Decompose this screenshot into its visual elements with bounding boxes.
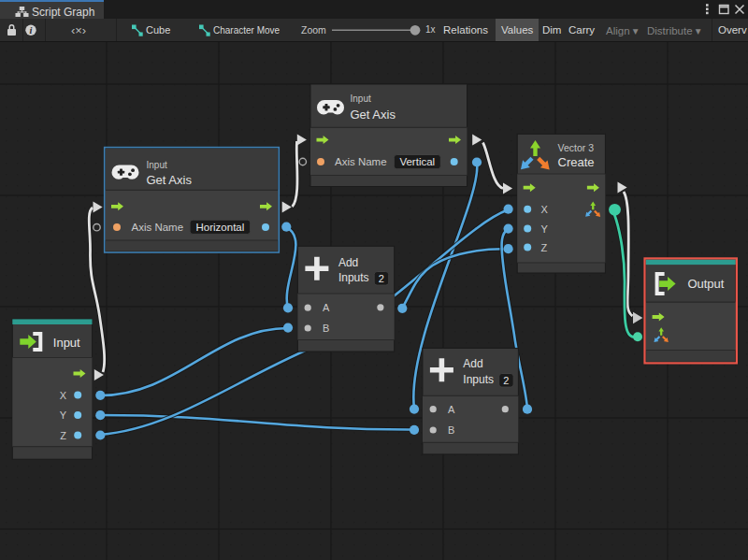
svg-text:Y: Y: [60, 409, 67, 421]
svg-text:Output: Output: [687, 277, 724, 291]
svg-text:Input: Input: [53, 336, 80, 350]
svg-text:2: 2: [503, 375, 509, 386]
svg-text:B: B: [448, 424, 454, 436]
svg-text:Horizontal: Horizontal: [196, 222, 245, 233]
svg-text:Y: Y: [541, 223, 549, 235]
svg-text:Create: Create: [558, 155, 595, 169]
svg-text:Input: Input: [351, 93, 371, 104]
svg-text:‹×›: ‹×›: [71, 23, 86, 37]
svg-text:A: A: [448, 404, 455, 415]
svg-text:2: 2: [379, 273, 384, 284]
svg-text:Get Axis: Get Axis: [147, 173, 193, 187]
svg-text:Inputs: Inputs: [463, 373, 494, 386]
svg-text:B: B: [323, 323, 329, 334]
svg-text:Add: Add: [463, 357, 482, 370]
svg-text:X: X: [60, 390, 67, 401]
svg-text:A: A: [323, 302, 330, 313]
svg-text:Add: Add: [338, 256, 358, 269]
svg-text:Z: Z: [60, 430, 66, 441]
svg-text:Axis Name: Axis Name: [132, 222, 184, 233]
svg-text:Vector 3: Vector 3: [558, 142, 595, 153]
svg-text:Axis Name: Axis Name: [335, 156, 387, 167]
svg-text:Get Axis: Get Axis: [351, 108, 396, 122]
svg-text:i: i: [30, 25, 33, 36]
svg-text:X: X: [541, 204, 549, 215]
svg-text:Vertical: Vertical: [399, 156, 435, 167]
svg-text:Z: Z: [541, 242, 548, 253]
svg-text:Inputs: Inputs: [338, 271, 369, 284]
svg-text:Input: Input: [147, 160, 167, 170]
